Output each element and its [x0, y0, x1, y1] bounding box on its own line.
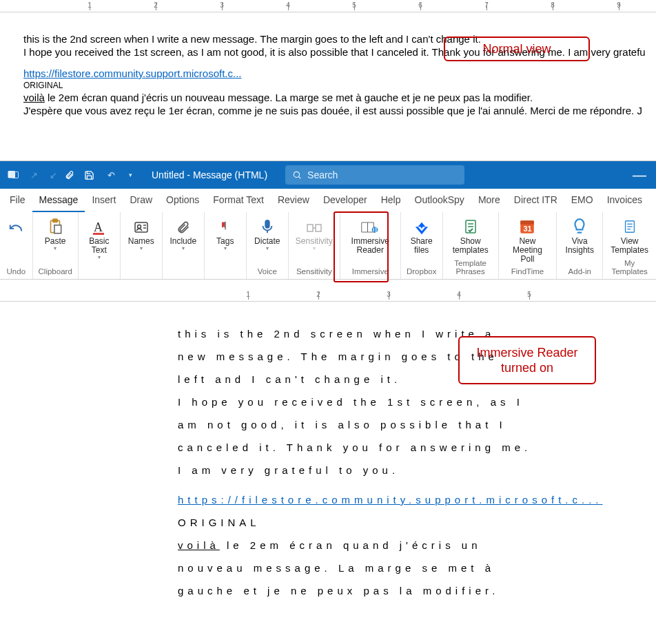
doc-line: J'espère que vous avez reçu le 1er écran…: [23, 105, 656, 116]
doc-line: nouveau message. La marge se met à: [178, 562, 656, 574]
doc-line: I am very grateful to you.: [178, 464, 656, 476]
menu-message[interactable]: Message: [32, 189, 85, 212]
menu-bar: FileMessageInsertDrawOptionsFormat TextR…: [0, 189, 656, 212]
search-icon: [292, 170, 302, 180]
ribbon-group-label: Voice: [258, 267, 277, 278]
ruler-bottom: 12345: [0, 289, 656, 302]
svg-text:A: A: [94, 220, 103, 234]
menu-outlookspy[interactable]: OutlookSpy: [408, 189, 471, 212]
ruler-top: 123456789: [0, 0, 656, 12]
svg-point-19: [372, 227, 378, 233]
paste-button[interactable]: Paste: [40, 215, 70, 267]
hyperlink[interactable]: https://filestore.community.support.micr…: [23, 67, 242, 79]
doc-line: voilà le 2em écran quand j'écris un nouv…: [23, 92, 656, 103]
ribbon-group-label: Template Phrases: [449, 259, 493, 278]
search-box[interactable]: [285, 165, 464, 185]
spellcheck-word: voilà: [178, 539, 220, 551]
ribbon-group-label: Sensitivity: [296, 267, 332, 278]
ribbon-group-label: My Templates: [608, 259, 650, 278]
new-meeting-poll-button[interactable]: 31 New Meeting Poll: [504, 215, 551, 267]
view-templates-button[interactable]: View Templates: [608, 215, 650, 259]
window-title: Untitled - Message (HTML): [152, 169, 267, 180]
original-label: ORIGINAL: [178, 517, 656, 528]
menu-calendar-macros[interactable]: Calendar Macros: [649, 189, 656, 212]
title-bar: ↗ ↙ ↶ ▾ Untitled - Message (HTML) —: [0, 161, 656, 189]
menu-review[interactable]: Review: [271, 189, 316, 212]
undo-button[interactable]: [1, 215, 31, 267]
ribbon-group-label: Clipboard: [39, 267, 72, 278]
svg-point-10: [137, 225, 141, 229]
svg-text:31: 31: [524, 225, 532, 233]
svg-rect-16: [307, 225, 313, 231]
original-label: ORIGINAL: [23, 81, 656, 90]
qat-send: ↗: [26, 170, 41, 180]
hyperlink[interactable]: https://filestore.community.support.micr…: [178, 494, 603, 506]
sensitivity-button: Sensitivity: [294, 215, 334, 267]
show-templates-button[interactable]: Show templates: [449, 215, 493, 259]
qat-receive: ↙: [45, 170, 61, 180]
ribbon-group-label: Add-in: [568, 267, 591, 278]
menu-emo[interactable]: EMO: [564, 189, 600, 212]
ribbon-group-label: Dropbox: [407, 267, 436, 278]
outlook-icon: [7, 169, 22, 181]
menu-insert[interactable]: Insert: [85, 189, 123, 212]
menu-file[interactable]: File: [3, 189, 32, 212]
svg-rect-14: [265, 220, 269, 228]
menu-invoices[interactable]: Invoices: [600, 189, 649, 212]
menu-more[interactable]: More: [471, 189, 507, 212]
viva-insights-button[interactable]: Viva Insights: [562, 215, 597, 267]
qat-save-icon[interactable]: [84, 170, 99, 180]
doc-line: I hope you received the 1st screen, as I: [178, 396, 656, 408]
ribbon-group-label: FindTime: [511, 267, 544, 278]
ribbon-group-label: Undo: [7, 267, 26, 278]
ribbon-group-label: Immersive: [352, 267, 389, 278]
qat-attach-icon[interactable]: [65, 169, 80, 180]
svg-rect-5: [53, 219, 58, 222]
ribbon: Undo Paste Clipboard A Basic Text .: [0, 212, 656, 280]
menu-help[interactable]: Help: [374, 189, 408, 212]
menu-options[interactable]: Options: [159, 189, 206, 212]
spellcheck-word: voilà: [23, 92, 45, 103]
doc-line: canceled it. Thank you for answering me.: [178, 442, 656, 453]
normal-view-document: this is the 2nd screen when I write a ne…: [0, 12, 656, 154]
svg-rect-6: [54, 225, 61, 233]
dictate-button[interactable]: Dictate: [252, 215, 283, 267]
qat-more-icon[interactable]: ▾: [123, 172, 138, 178]
share-files-button[interactable]: Share files: [407, 215, 437, 267]
qat-undo-icon[interactable]: ↶: [103, 170, 119, 180]
menu-format-text[interactable]: Format Text: [206, 189, 271, 212]
doc-line: gauche et je ne peux pas la modifier.: [178, 585, 656, 596]
svg-rect-8: [93, 233, 104, 235]
svg-rect-17: [316, 225, 321, 231]
svg-rect-13: [225, 222, 226, 230]
immersive-reader-group: Immersive Reader Immersive: [340, 212, 401, 279]
include-button[interactable]: Include: [168, 215, 198, 267]
names-button[interactable]: Names: [126, 215, 156, 267]
menu-draw[interactable]: Draw: [123, 189, 159, 212]
basic-text-button[interactable]: A Basic Text: [84, 215, 114, 267]
menu-developer[interactable]: Developer: [316, 189, 374, 212]
callout-normal-view: Normal view: [444, 37, 590, 61]
svg-point-2: [294, 172, 299, 177]
doc-line: voilà le 2em écran quand j'écris un: [178, 539, 656, 551]
minimize-button[interactable]: —: [633, 167, 646, 183]
svg-line-3: [299, 177, 301, 179]
callout-immersive-reader: Immersive Reader turned on: [458, 336, 596, 384]
doc-line: am not good, it is also possible that I: [178, 419, 656, 430]
immersive-reader-button[interactable]: Immersive Reader: [346, 215, 395, 267]
search-input[interactable]: [307, 169, 458, 180]
tags-button[interactable]: Tags: [210, 215, 240, 267]
menu-direct-itr[interactable]: Direct ITR: [507, 189, 564, 212]
